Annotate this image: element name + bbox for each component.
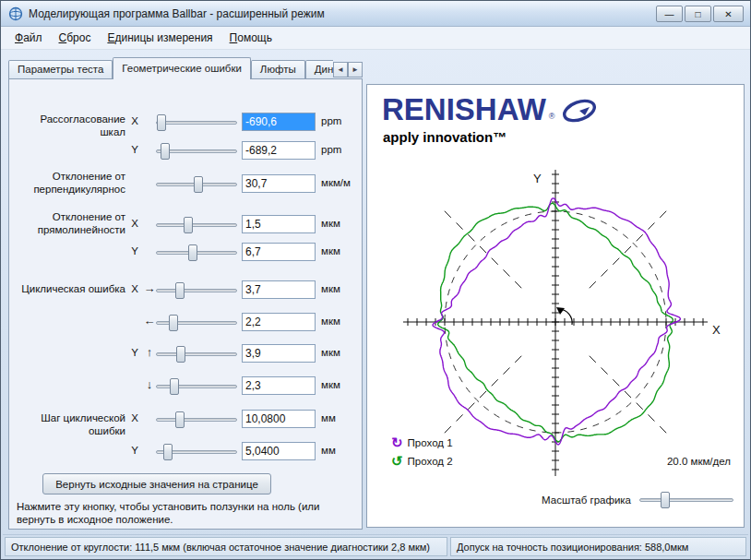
row-cyclic-step-y: Yмм — [9, 442, 362, 462]
menu-item-file[interactable]: Файл — [6, 28, 51, 48]
slider-cyclic-x-forward-thumb[interactable] — [175, 282, 185, 299]
slider-cyclic-x-reverse-thumb[interactable] — [169, 315, 178, 331]
input-cyclic-y-up[interactable] — [242, 344, 316, 363]
app-window: Моделирующая программа Ballbar - расшире… — [0, 0, 751, 560]
geometric-errors-page: Вернуть исходные значения на странице На… — [8, 78, 363, 530]
slider-cyclic-step-x[interactable] — [155, 411, 238, 429]
slider-scale-mismatch-x[interactable] — [155, 113, 238, 132]
plot-scale-slider-track[interactable] — [639, 498, 733, 502]
slider-cyclic-y-down-track[interactable] — [156, 385, 237, 388]
tab-test-params[interactable]: Параметры теста — [8, 60, 113, 78]
slider-squareness-thumb[interactable] — [194, 176, 203, 193]
close-icon: ✕ — [724, 9, 732, 19]
tab-scroll-right[interactable]: ► — [348, 62, 363, 77]
axis-letter: X — [127, 115, 142, 126]
input-scale-mismatch-y[interactable] — [242, 141, 316, 160]
input-cyclic-step-y[interactable] — [242, 442, 316, 460]
slider-cyclic-step-x-track[interactable] — [156, 418, 237, 422]
slider-cyclic-y-down-thumb[interactable] — [170, 378, 179, 395]
menu-bar: ФайлСбросЕдиницы измеренияПомощь — [1, 27, 750, 50]
row-scale-mismatch-x: Xppm — [9, 113, 362, 133]
input-straightness-y[interactable] — [242, 243, 316, 261]
input-scale-mismatch-x[interactable] — [242, 113, 316, 131]
maximize-button[interactable]: □ — [685, 6, 711, 22]
row-straightness-y: Yмкм — [9, 243, 362, 263]
input-straightness-x[interactable] — [242, 215, 316, 233]
slider-scale-mismatch-y[interactable] — [155, 142, 238, 161]
axis-letter: Y — [127, 445, 142, 456]
slider-squareness[interactable] — [155, 175, 238, 194]
slider-straightness-x[interactable] — [155, 216, 238, 234]
slider-scale-mismatch-y-thumb[interactable] — [161, 143, 170, 160]
slider-cyclic-step-x-thumb[interactable] — [175, 411, 185, 428]
pass-1-swirl-icon: ↻ — [391, 435, 403, 451]
tab-geometric-errors[interactable]: Геометрические ошибки — [113, 57, 251, 79]
menu-item-help[interactable]: Помощь — [221, 28, 280, 48]
menu-item-reset[interactable]: Сброс — [51, 28, 100, 48]
input-cyclic-y-down[interactable] — [242, 376, 316, 395]
menu-item-units[interactable]: Единицы измерения — [99, 28, 221, 48]
axis-letter: X — [127, 218, 142, 229]
window-controls: — □ ✕ — [656, 6, 744, 22]
renishaw-logo: RENISHAW ® — [382, 94, 602, 125]
slider-straightness-x-thumb[interactable] — [184, 217, 193, 233]
row-straightness-x: Xмкм — [9, 215, 362, 235]
status-roundness: Отклонение от круглости: 111,5 мкм (вклю… — [5, 537, 447, 556]
plot-scale-slider[interactable] — [638, 491, 734, 509]
axis-letter: Y — [127, 347, 142, 358]
row-cyclic-y-up: Y↑мкм — [9, 344, 362, 364]
slider-straightness-y-thumb[interactable] — [188, 244, 197, 261]
plot-scale-slider-mount — [638, 491, 734, 509]
slider-cyclic-y-up-thumb[interactable] — [176, 346, 185, 363]
unit-label: мкм — [321, 316, 340, 327]
reset-button[interactable]: Вернуть исходные значения на странице — [42, 473, 271, 494]
slider-cyclic-y-up-track[interactable] — [156, 352, 237, 356]
tab-scroll-left[interactable]: ◄ — [333, 62, 348, 77]
input-cyclic-step-x[interactable] — [242, 410, 316, 428]
slider-cyclic-step-y-thumb[interactable] — [163, 444, 173, 460]
brand-tagline: apply innovation™ — [383, 129, 507, 145]
input-cyclic-x-forward[interactable] — [242, 280, 316, 299]
registered-mark: ® — [549, 112, 555, 121]
unit-label: ppm — [321, 115, 341, 126]
tab-strip-wrap: Параметры тестаГеометрические ошибкиЛюфт… — [8, 56, 363, 79]
unit-label: мкм — [321, 245, 340, 256]
plot-scale-text: 20.0 мкм/дел — [667, 456, 731, 467]
y-axis-label: Y — [533, 172, 542, 185]
left-arrow-icon: ◄ — [337, 66, 344, 74]
axis-letter: X — [127, 412, 142, 423]
status-bar: Отклонение от круглости: 111,5 мкм (вклю… — [3, 534, 748, 558]
minimize-button[interactable]: — — [656, 6, 683, 22]
tab-dynamic[interactable]: Динамич — [305, 60, 333, 78]
start-direction-arrow-head — [556, 307, 565, 315]
slider-straightness-x-track[interactable] — [156, 223, 237, 227]
unit-label: ppm — [321, 144, 341, 155]
unit-label: мкм/м — [321, 177, 351, 188]
diagonal-dashes — [441, 356, 522, 437]
slider-scale-mismatch-x-track[interactable] — [156, 121, 237, 125]
input-squareness[interactable] — [242, 174, 316, 193]
tab-strip: Параметры тестаГеометрические ошибкиЛюфт… — [8, 56, 333, 79]
unit-label: мкм — [321, 218, 340, 229]
slider-cyclic-x-reverse[interactable] — [155, 314, 238, 332]
legend-item-pass-1: ↻Проход 1 — [391, 434, 453, 452]
maximize-icon: □ — [695, 9, 700, 19]
slider-cyclic-x-forward[interactable] — [155, 281, 238, 300]
row-cyclic-x-forward: X→мкм — [9, 280, 362, 301]
status-tolerance: Допуск на точность позиционирования: 588… — [450, 537, 746, 556]
row-scale-mismatch-y: Yppm — [9, 141, 362, 161]
title-bar[interactable]: Моделирующая программа Ballbar - расшире… — [1, 1, 750, 27]
renishaw-probe-icon — [559, 97, 602, 125]
tab-backlash[interactable]: Люфты — [251, 60, 305, 78]
slider-cyclic-y-up[interactable] — [155, 345, 238, 363]
legend-label-pass-1: Проход 1 — [408, 437, 453, 448]
slider-scale-mismatch-x-thumb[interactable] — [157, 114, 166, 131]
slider-cyclic-y-down[interactable] — [155, 377, 238, 396]
plot-scale-label: Масштаб графика — [542, 494, 631, 506]
slider-cyclic-step-y[interactable] — [155, 443, 238, 461]
plot-scale-slider-thumb[interactable] — [661, 492, 670, 508]
input-cyclic-x-reverse[interactable] — [242, 313, 316, 331]
close-button[interactable]: ✕ — [713, 6, 744, 22]
slider-cyclic-x-forward-track[interactable] — [156, 289, 237, 292]
slider-straightness-y[interactable] — [155, 244, 238, 262]
